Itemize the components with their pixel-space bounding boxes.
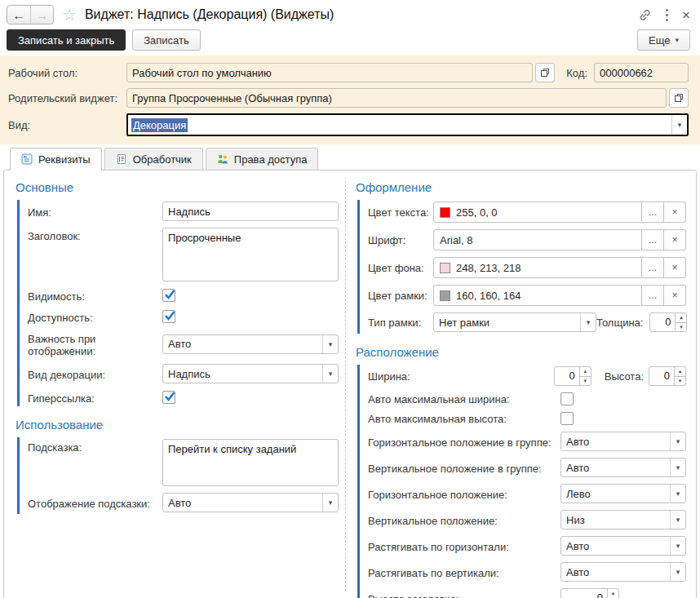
- decoration-kind-combobox[interactable]: Надпись ▾: [162, 364, 339, 383]
- clear-button[interactable]: ×: [664, 257, 686, 278]
- enabled-row: Доступность:: [28, 309, 339, 324]
- spin-up-icon[interactable]: ▴: [675, 367, 685, 377]
- h-pos-row: Горизонтальное положение: Лево ▾: [368, 484, 686, 503]
- save-button[interactable]: Записать: [132, 29, 201, 51]
- tab-prava-dostupa[interactable]: Права доступа: [206, 148, 319, 171]
- clear-button[interactable]: ×: [664, 202, 686, 223]
- color-swatch: [440, 290, 450, 301]
- hyperlink-checkbox[interactable]: [162, 391, 175, 404]
- v-pos-combobox[interactable]: Низ ▾: [560, 510, 686, 529]
- open-in-new-icon: [540, 68, 550, 78]
- caption-height-stepper[interactable]: 0 ▴ ▾: [560, 588, 619, 598]
- name-input[interactable]: [162, 202, 339, 221]
- enabled-label: Доступность:: [28, 309, 162, 324]
- caption-row: Заголовок: Просроченные: [28, 228, 339, 281]
- width-stepper[interactable]: 0 ▴ ▾: [554, 366, 591, 386]
- name-label: Имя:: [28, 204, 162, 219]
- tab-rekvizity[interactable]: Реквизиты: [10, 148, 102, 171]
- left-column: Основные Имя: Заголовок: Просроченные Ви…: [16, 180, 345, 591]
- chevron-down-icon: ▾: [580, 313, 596, 331]
- spin-down-icon[interactable]: ▾: [580, 377, 591, 386]
- stretch-v-combobox[interactable]: Авто ▾: [560, 562, 686, 582]
- tab-label: Обработчик: [133, 153, 192, 166]
- spin-up-icon[interactable]: ▴: [676, 313, 686, 323]
- visible-label: Видимость:: [28, 288, 162, 303]
- v-pos-group-combobox[interactable]: Авто ▾: [560, 458, 686, 477]
- font-field[interactable]: Arial, 8 ... ×: [433, 229, 686, 250]
- section-title-main: Основные: [16, 180, 339, 194]
- importance-row: Важность при отображении: Авто ▾: [28, 330, 339, 357]
- stretch-v-row: Растягивать по вертикали: Авто ▾: [368, 562, 686, 582]
- tab-bar: Реквизиты Обработчик Права доступа: [0, 148, 700, 171]
- clear-button[interactable]: ×: [664, 229, 686, 250]
- h-pos-group-combobox[interactable]: Авто ▾: [560, 432, 686, 451]
- visible-checkbox[interactable]: [162, 289, 175, 302]
- group-usage: Подсказка: Перейти к списку заданий Отоб…: [17, 437, 339, 514]
- spin-down-icon[interactable]: ▾: [675, 377, 685, 386]
- kind-combobox[interactable]: Декорация ▾: [126, 113, 689, 136]
- auto-max-width-checkbox[interactable]: [560, 392, 574, 405]
- back-color-row: Цвет фона: 248, 213, 218 ... ×: [368, 257, 686, 278]
- font-label: Шрифт:: [368, 234, 433, 246]
- tab-obrabotchik[interactable]: Обработчик: [104, 148, 203, 171]
- back-icon[interactable]: ←: [7, 6, 30, 24]
- font-value: Arial, 8: [440, 234, 472, 246]
- importance-label: Важность при отображении:: [28, 330, 162, 357]
- command-bar: Записать и закрыть Записать Еще ▾: [0, 28, 700, 55]
- attributes-panel: Основные Имя: Заголовок: Просроченные Ви…: [3, 170, 697, 598]
- name-row: Имя:: [28, 202, 339, 221]
- parent-widget-input[interactable]: [126, 88, 667, 108]
- color-value: 255, 0, 0: [456, 206, 498, 219]
- font-row: Шрифт: Arial, 8 ... ×: [368, 229, 686, 250]
- tooltip-display-combobox[interactable]: Авто ▾: [162, 493, 339, 512]
- spin-up-icon[interactable]: ▴: [608, 589, 618, 598]
- height-label: Высота:: [605, 370, 644, 383]
- code-input[interactable]: [594, 63, 689, 82]
- importance-combobox[interactable]: Авто ▾: [162, 334, 339, 354]
- hyperlink-row: Гиперссылка:: [28, 390, 339, 405]
- border-type-combobox[interactable]: Нет рамки ▾: [433, 312, 596, 332]
- border-color-field[interactable]: 160, 160, 164 ... ×: [433, 285, 686, 306]
- save-and-close-button[interactable]: Записать и закрыть: [7, 29, 126, 51]
- choose-button[interactable]: ...: [642, 285, 664, 306]
- more-button[interactable]: Еще ▾: [637, 29, 690, 51]
- thickness-stepper[interactable]: 0 ▴ ▾: [649, 312, 687, 332]
- choose-button[interactable]: ...: [642, 229, 664, 250]
- caption-height-label: Высота заголовка:: [368, 591, 560, 598]
- desktop-label: Рабочий стол:: [8, 67, 126, 79]
- section-title-layout: Расположение: [356, 345, 686, 359]
- height-stepper[interactable]: 0 ▴ ▾: [649, 366, 686, 386]
- auto-max-height-checkbox[interactable]: [560, 412, 574, 425]
- parent-widget-row: Родительский виджет:: [8, 88, 689, 108]
- stretch-h-combobox[interactable]: Авто ▾: [560, 536, 686, 556]
- link-icon[interactable]: [638, 8, 652, 22]
- auto-max-height-label: Авто максимальная высота:: [368, 413, 560, 425]
- back-color-field[interactable]: 248, 213, 218 ... ×: [433, 257, 686, 278]
- tab-label: Реквизиты: [38, 153, 91, 166]
- close-icon[interactable]: ×: [682, 8, 690, 22]
- section-title-usage: Использование: [16, 418, 339, 432]
- chevron-down-icon: ▾: [322, 365, 338, 383]
- spin-up-icon[interactable]: ▴: [580, 367, 591, 377]
- decoration-kind-label: Вид декорации:: [28, 366, 162, 381]
- kebab-menu-icon[interactable]: [665, 8, 669, 22]
- page-title: Виджет: Надпись (Декорация) (Виджеты): [85, 7, 334, 22]
- favorite-star-icon[interactable]: ☆: [62, 7, 77, 23]
- caption-textarea[interactable]: Просроченные: [162, 228, 339, 281]
- parent-widget-open-button[interactable]: [669, 88, 689, 108]
- back-color-label: Цвет фона:: [368, 262, 433, 274]
- choose-button[interactable]: ...: [642, 202, 664, 223]
- desktop-input[interactable]: [126, 63, 533, 82]
- forward-icon[interactable]: →: [30, 6, 53, 24]
- text-color-field[interactable]: 255, 0, 0 ... ×: [433, 202, 686, 223]
- h-pos-combobox[interactable]: Лево ▾: [560, 484, 686, 503]
- nav-history-group: ← →: [7, 5, 54, 24]
- tooltip-textarea[interactable]: Перейти к списку заданий: [162, 439, 339, 486]
- spin-down-icon[interactable]: ▾: [676, 323, 686, 332]
- chevron-down-icon[interactable]: ▾: [671, 115, 687, 135]
- header-fields-panel: Рабочий стол: Код: Родительский виджет: …: [0, 55, 700, 144]
- enabled-checkbox[interactable]: [162, 310, 175, 323]
- choose-button[interactable]: ...: [642, 257, 664, 278]
- clear-button[interactable]: ×: [664, 285, 686, 306]
- desktop-open-button[interactable]: [535, 63, 555, 82]
